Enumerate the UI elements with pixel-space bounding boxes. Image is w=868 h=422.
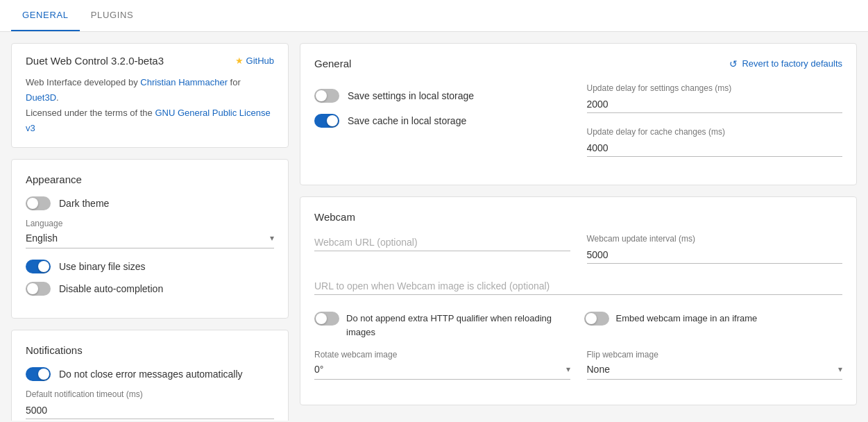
- rotate-select-row: 0° 90° 180° 270° ▾: [314, 362, 570, 380]
- update-delay-label: Update delay for settings changes (ms): [587, 83, 843, 93]
- left-column: Duet Web Control 3.2.0-beta3 ★ GitHub We…: [11, 43, 289, 410]
- revert-button[interactable]: ↺ Revert to factory defaults: [729, 58, 842, 69]
- embed-toggle[interactable]: [584, 312, 609, 326]
- binary-sizes-label: Use binary file sizes: [59, 261, 146, 272]
- dark-theme-row: Dark theme: [26, 196, 274, 210]
- embed-thumb: [586, 313, 597, 324]
- webcam-interval-group: Webcam update interval (ms): [587, 234, 843, 264]
- rotate-select[interactable]: 0° 90° 180° 270°: [314, 362, 566, 376]
- save-local-toggle[interactable]: [314, 89, 339, 103]
- disable-autocomplete-track[interactable]: [26, 282, 51, 296]
- general-settings-card: General ↺ Revert to factory defaults Sav…: [300, 43, 857, 185]
- webcam-title: Webcam: [314, 211, 842, 223]
- disable-autocomplete-label: Disable auto-completion: [59, 283, 163, 294]
- no-append-track[interactable]: [314, 312, 339, 326]
- language-select-row: English French German Spanish ▾: [26, 231, 274, 248]
- right-column: General ↺ Revert to factory defaults Sav…: [300, 43, 857, 410]
- license-link[interactable]: GNU General Public License v3: [26, 108, 271, 133]
- app-name-row: Duet Web Control 3.2.0-beta3 ★ GitHub: [26, 55, 274, 67]
- cache-delay-group: Update delay for cache changes (ms): [587, 127, 843, 157]
- general-right: Update delay for settings changes (ms) U…: [587, 83, 843, 171]
- flip-chevron-icon: ▾: [838, 364, 842, 374]
- cache-delay-input[interactable]: [587, 140, 843, 157]
- no-close-toggle[interactable]: [26, 367, 51, 381]
- description-text: Web Interface developed by Christian Ham…: [26, 75, 274, 136]
- click-url-group: [314, 278, 842, 295]
- flip-group: Flip webcam image None Horizontal Vertic…: [587, 350, 843, 380]
- disable-autocomplete-toggle[interactable]: [26, 282, 51, 296]
- tabs-bar: GENERAL PLUGINS: [0, 0, 868, 32]
- no-close-thumb: [38, 369, 49, 380]
- flip-label: Flip webcam image: [587, 350, 843, 360]
- save-cache-row: Save cache in local storage: [314, 114, 570, 128]
- revert-label: Revert to factory defaults: [742, 58, 842, 69]
- webcam-card: Webcam Webcam update interval (ms): [300, 196, 857, 405]
- timeout-input[interactable]: [26, 402, 274, 419]
- binary-sizes-track[interactable]: [26, 260, 51, 273]
- notifications-title: Notifications: [26, 344, 274, 356]
- webcam-embed-cell: Embed webcam image in an iframe: [584, 309, 843, 326]
- dark-theme-thumb: [27, 198, 38, 209]
- no-append-row: Do not append extra HTTP qualifier when …: [314, 312, 573, 339]
- author-link[interactable]: Christian Hammacher: [140, 77, 228, 87]
- no-append-thumb: [316, 313, 327, 324]
- dark-theme-label: Dark theme: [59, 198, 109, 209]
- flip-select-row: None Horizontal Vertical Both ▾: [587, 362, 843, 380]
- save-cache-label: Save cache in local storage: [348, 115, 466, 126]
- webcam-interval-label: Webcam update interval (ms): [587, 234, 843, 244]
- revert-icon: ↺: [729, 58, 738, 69]
- github-link[interactable]: ★ GitHub: [235, 56, 274, 66]
- language-select[interactable]: English French German Spanish: [26, 231, 270, 245]
- appearance-title: Appearance: [26, 174, 274, 185]
- no-close-label: Do not close error messages automaticall…: [59, 369, 243, 380]
- language-chevron-icon: ▾: [270, 233, 274, 243]
- binary-sizes-toggle[interactable]: [26, 260, 51, 273]
- tab-general[interactable]: GENERAL: [11, 0, 80, 31]
- webcam-url-row: Webcam update interval (ms): [314, 234, 842, 278]
- binary-sizes-row: Use binary file sizes: [26, 260, 274, 273]
- dark-theme-toggle[interactable]: [26, 196, 51, 210]
- language-label: Language: [26, 219, 274, 228]
- flip-select[interactable]: None Horizontal Vertical Both: [587, 362, 839, 376]
- no-close-row: Do not close error messages automaticall…: [26, 367, 274, 381]
- rotate-chevron-icon: ▾: [566, 364, 570, 374]
- save-cache-thumb: [327, 115, 338, 126]
- appearance-card: Appearance Dark theme Language English F…: [11, 159, 289, 319]
- no-append-toggle[interactable]: [314, 312, 339, 326]
- info-card: Duet Web Control 3.2.0-beta3 ★ GitHub We…: [11, 43, 289, 148]
- no-close-track[interactable]: [26, 367, 51, 381]
- dark-theme-track[interactable]: [26, 196, 51, 210]
- save-local-track[interactable]: [314, 89, 339, 103]
- webcam-no-append-cell: Do not append extra HTTP qualifier when …: [314, 309, 573, 339]
- disable-autocomplete-thumb: [27, 283, 38, 294]
- click-url-input[interactable]: [314, 278, 842, 295]
- webcam-interval-input[interactable]: [587, 246, 843, 264]
- save-local-label: Save settings in local storage: [348, 90, 474, 101]
- save-cache-track[interactable]: [314, 114, 339, 128]
- webcam-dropdowns-row: Rotate webcam image 0° 90° 180° 270° ▾ F…: [314, 350, 842, 391]
- language-group: Language English French German Spanish ▾: [26, 219, 274, 248]
- star-icon: ★: [235, 56, 244, 66]
- general-two-col: Save settings in local storage Save cach…: [314, 83, 842, 171]
- github-label[interactable]: GitHub: [246, 56, 274, 66]
- embed-row: Embed webcam image in an iframe: [584, 312, 843, 326]
- page-content: Duet Web Control 3.2.0-beta3 ★ GitHub We…: [0, 32, 868, 421]
- rotate-label: Rotate webcam image: [314, 350, 570, 360]
- general-header-row: General ↺ Revert to factory defaults: [314, 58, 842, 69]
- timeout-group: Default notification timeout (ms): [26, 389, 274, 419]
- update-delay-group: Update delay for settings changes (ms): [587, 83, 843, 113]
- save-local-thumb: [316, 90, 327, 101]
- tab-plugins[interactable]: PLUGINS: [80, 0, 145, 31]
- update-delay-input[interactable]: [587, 96, 843, 113]
- save-local-row: Save settings in local storage: [314, 89, 570, 103]
- cache-delay-label: Update delay for cache changes (ms): [587, 127, 843, 137]
- embed-track[interactable]: [584, 312, 609, 326]
- duet3d-link[interactable]: Duet3D: [26, 92, 56, 103]
- app-name-text: Duet Web Control 3.2.0-beta3: [26, 55, 164, 67]
- save-cache-toggle[interactable]: [314, 114, 339, 128]
- webcam-url-input[interactable]: [314, 234, 570, 251]
- no-append-label: Do not append extra HTTP qualifier when …: [346, 312, 573, 339]
- timeout-label: Default notification timeout (ms): [26, 389, 274, 399]
- general-left: Save settings in local storage Save cach…: [314, 83, 570, 171]
- webcam-url-group: [314, 234, 570, 264]
